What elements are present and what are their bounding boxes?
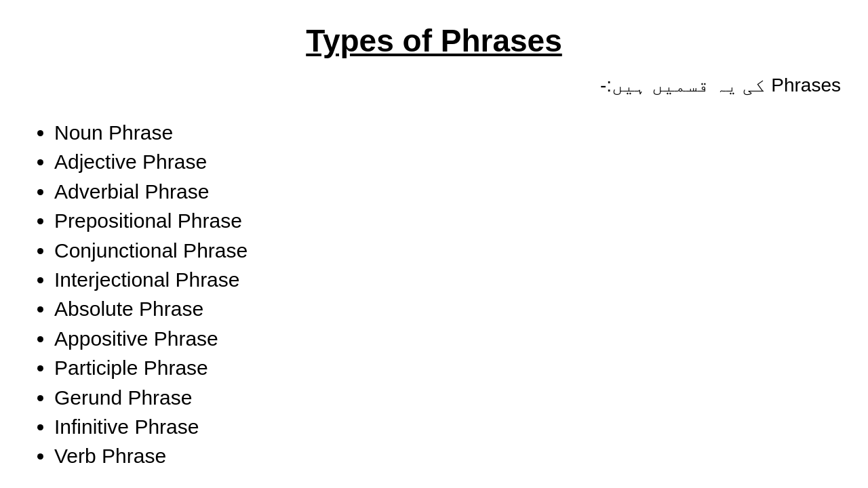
- list-item: Prepositional Phrase: [54, 207, 248, 235]
- list-item: Interjectional Phrase: [54, 266, 248, 293]
- list-item: Adjective Phrase: [54, 148, 248, 176]
- list-item: Appositive Phrase: [54, 325, 248, 352]
- slide-container: Types of Phrases Phrases کی یہ قسمیں ہیں…: [0, 0, 868, 488]
- urdu-subtitle: Phrases کی یہ قسمیں ہیں:-: [600, 75, 841, 96]
- phrases-list: Noun PhraseAdjective PhraseAdverbial Phr…: [27, 119, 248, 472]
- list-item: Verb Phrase: [54, 442, 248, 470]
- list-item: Conjunctional Phrase: [54, 237, 248, 264]
- list-item: Participle Phrase: [54, 354, 248, 382]
- list-item: Adverbial Phrase: [54, 178, 248, 205]
- list-item: Noun Phrase: [54, 119, 248, 146]
- list-item: Gerund Phrase: [54, 384, 248, 411]
- list-item: Absolute Phrase: [54, 295, 248, 323]
- list-item: Infinitive Phrase: [54, 413, 248, 441]
- page-title: Types of Phrases: [0, 22, 868, 59]
